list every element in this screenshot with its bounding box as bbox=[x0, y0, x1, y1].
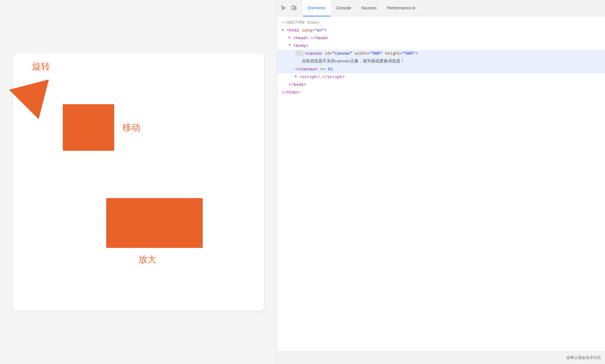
move-square bbox=[63, 104, 114, 151]
tab-performance[interactable]: Performance in bbox=[382, 0, 421, 16]
left-panel: 旋转 移动 放大 bbox=[0, 0, 277, 364]
devtools-panel: Elements Console Sources Performance in … bbox=[277, 0, 605, 364]
dom-line-doctype[interactable]: <!DOCTYPE html> bbox=[277, 19, 605, 27]
tab-elements[interactable]: Elements bbox=[303, 0, 330, 16]
svg-rect-1 bbox=[295, 7, 296, 9]
watermark-text: @稀土掘金技术社区 bbox=[566, 355, 601, 360]
dom-tree: <!DOCTYPE html> ▶ <html lang="en" > ▶ <h… bbox=[277, 16, 605, 351]
dom-line-html-close[interactable]: </html> bbox=[277, 89, 605, 96]
dom-line-canvas-close[interactable]: </canvas> == $0 bbox=[277, 66, 605, 73]
scale-square bbox=[106, 198, 203, 248]
move-label: 移动 bbox=[122, 122, 140, 134]
tab-console[interactable]: Console bbox=[330, 0, 356, 16]
canvas-card: 旋转 移动 放大 bbox=[13, 53, 264, 311]
dom-line-head[interactable]: ▶ <head>…</head> bbox=[277, 34, 605, 42]
devtools-tabs: Elements Console Sources Performance in bbox=[277, 0, 605, 16]
dom-line-canvas-text[interactable]: 当前浏览器不支持canvas元素，请升级或更换浏览器！ bbox=[277, 58, 605, 65]
rotate-triangle bbox=[9, 65, 64, 119]
dom-line-body-close[interactable]: </body> bbox=[277, 81, 605, 89]
dom-line-canvas[interactable]: ··· <canvas id="canvas" width="500" heig… bbox=[277, 50, 605, 58]
device-icon[interactable] bbox=[290, 4, 298, 12]
tab-sources[interactable]: Sources bbox=[356, 0, 382, 16]
expand-dots[interactable]: ··· bbox=[295, 50, 303, 56]
dom-line-script[interactable]: ▶ <script>…</script> bbox=[277, 73, 605, 81]
inspect-icon[interactable] bbox=[280, 4, 287, 12]
devtools-bottom-bar: @稀土掘金技术社区 bbox=[277, 351, 605, 364]
svg-point-2 bbox=[293, 9, 293, 10]
dom-line-html-open[interactable]: ▶ <html lang="en" > bbox=[277, 27, 605, 34]
devtools-icon-group bbox=[280, 4, 298, 12]
dom-line-body-open[interactable]: ▼ <body> bbox=[277, 42, 605, 50]
scale-label: 放大 bbox=[138, 253, 156, 266]
